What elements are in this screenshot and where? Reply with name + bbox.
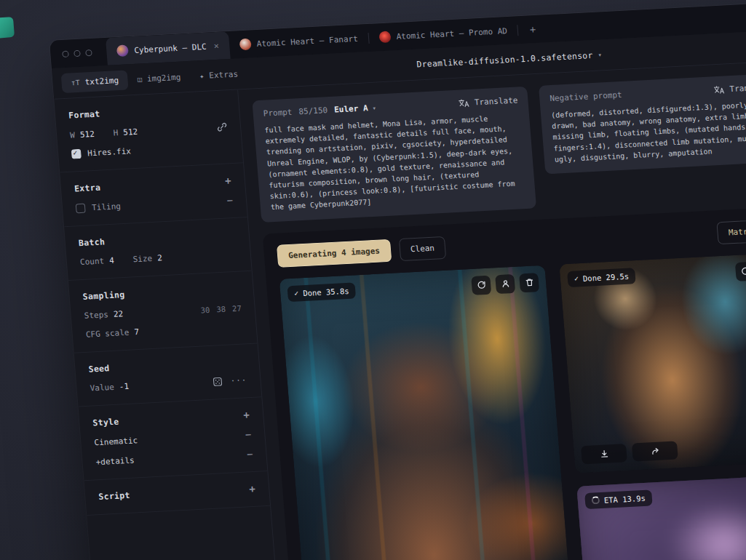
section-title: Extra (74, 183, 101, 194)
count-value[interactable]: 4 (109, 256, 115, 265)
negative-prompt-label: Negative prompt (549, 90, 622, 103)
generating-button[interactable]: Generating 4 images (277, 239, 392, 267)
app-body: Format W512 H512 Hires.fix Extra + (54, 61, 746, 560)
plus-icon[interactable]: + (243, 409, 250, 420)
seed-label: Value (90, 383, 114, 393)
img2img-icon: ◫ (137, 75, 142, 83)
section-title: Sampling (82, 289, 125, 302)
tab-thumbnail-icon (378, 31, 391, 43)
plus-icon[interactable]: + (225, 175, 232, 185)
image-content (279, 265, 579, 560)
tab-label: Cyberpunk – DLC (134, 41, 207, 55)
chevron-down-icon: ▾ (372, 104, 376, 111)
more-options-icon[interactable]: ··· (230, 375, 247, 385)
link-dimensions-icon[interactable] (217, 121, 228, 132)
close-icon[interactable]: × (213, 41, 219, 51)
tiling-checkbox[interactable] (76, 203, 86, 213)
traffic-light-close[interactable] (62, 50, 69, 57)
size-value[interactable]: 2 (157, 253, 163, 263)
random-seed-dice-icon[interactable] (213, 377, 223, 387)
steps-preset[interactable]: 38 (216, 304, 226, 313)
prompt-row: Prompt 85/150 Euler A ▾ Translate (252, 73, 746, 222)
extras-icon: ✦ (199, 71, 205, 79)
tab-label: Atomic Heart – Fanart (256, 33, 358, 48)
generated-image-1[interactable]: ✓ Done 35.8s (279, 265, 579, 560)
steps-preset[interactable]: 30 (200, 305, 210, 314)
txt2img-icon: тT (71, 78, 80, 87)
translate-label: Translate (474, 95, 518, 107)
size-label: Size (132, 254, 152, 264)
steps-label: Steps (84, 310, 108, 321)
traffic-light-minimize[interactable] (74, 49, 81, 56)
tab-thumbnail-icon (239, 39, 251, 51)
image-toolbar (735, 260, 746, 281)
prompt-textarea[interactable]: full face mask and helmet, Mona Lisa, ar… (264, 111, 525, 212)
generated-images-grid: ✓ Done 35.8s (279, 252, 746, 560)
section-extra: Extra + Tiling − (60, 163, 247, 227)
mode-tab-extras[interactable]: ✦ Extras (189, 63, 248, 86)
model-name: Dreamlike-diffusion-1.0.safetensor (416, 50, 593, 70)
steps-value[interactable]: 22 (113, 309, 123, 319)
share-button[interactable] (632, 441, 678, 461)
hires-fix-checkbox[interactable] (71, 149, 82, 159)
background-teal-square (0, 17, 15, 39)
generated-image-3[interactable]: ETA 13.9s (576, 474, 746, 560)
check-icon: ✓ (574, 274, 579, 282)
clean-button[interactable]: Clean (399, 236, 446, 260)
negative-prompt-textarea[interactable]: (deformed, distorted, disfigured:1.3), p… (551, 98, 746, 165)
section-title: Script (98, 490, 130, 502)
mode-tab-label: Extras (209, 69, 239, 80)
height-value[interactable]: 512 (123, 127, 138, 137)
trash-icon[interactable] (519, 273, 539, 292)
minus-icon[interactable]: − (226, 195, 234, 205)
check-icon: ✓ (294, 289, 299, 297)
seed-value[interactable]: -1 (119, 382, 129, 392)
status-text: Done 35.8s (303, 286, 349, 297)
generated-image-2[interactable]: ✓ Done 29.5s (559, 252, 746, 473)
cfg-label: CFG scale (85, 328, 130, 340)
results-canvas: Generating 4 images Clean Matrix vi ✓ Do… (263, 206, 746, 560)
mode-tab-img2img[interactable]: ◫ img2img (127, 66, 191, 89)
cfg-value[interactable]: 7 (134, 327, 140, 337)
tab-thumbnail-icon (116, 44, 129, 57)
traffic-light-zoom[interactable] (85, 49, 92, 55)
translate-button[interactable]: Translate (713, 82, 746, 95)
section-batch: Batch Count4 Size2 (64, 217, 252, 281)
main-area: Prompt 85/150 Euler A ▾ Translate (238, 61, 746, 560)
style-item[interactable]: Cinematic − (94, 429, 252, 447)
prompt-counter: 85/150 (298, 105, 328, 116)
status-text: Done 29.5s (582, 271, 629, 282)
new-tab-button[interactable]: + (517, 15, 548, 44)
app-window: Cyberpunk – DLC × Atomic Heart – Fanart … (49, 3, 746, 560)
translate-button[interactable]: Translate (458, 95, 518, 108)
steps-preset[interactable]: 27 (231, 303, 242, 313)
regenerate-icon[interactable] (471, 275, 491, 295)
matrix-view-button[interactable]: Matrix vi (717, 218, 746, 244)
images-column-2: ✓ Done 29.5s (559, 252, 746, 560)
tab-label: Atomic Heart – Promo AD (396, 26, 507, 41)
width-value[interactable]: 512 (79, 129, 95, 139)
width-label: W (70, 130, 76, 140)
minus-icon[interactable]: − (246, 449, 253, 459)
prompt-label: Prompt (263, 108, 293, 119)
image-actions (581, 441, 678, 464)
translate-icon (713, 84, 726, 95)
person-icon[interactable] (495, 273, 515, 293)
count-label: Count (80, 256, 105, 267)
plus-icon: + (529, 23, 536, 35)
negative-prompt-card: Negative prompt Translate (deformed, dis… (539, 73, 746, 174)
mode-tab-txt2img[interactable]: тT txt2img (61, 70, 129, 93)
minus-icon[interactable]: − (245, 429, 252, 439)
download-button[interactable] (581, 444, 627, 464)
translate-label: Translate (729, 82, 746, 94)
eta-text: ETA 13.9s (603, 493, 646, 504)
plus-icon[interactable]: + (249, 484, 256, 494)
section-title: Style (92, 417, 119, 428)
model-selector[interactable]: Dreamlike-diffusion-1.0.safetensor ▾ (416, 49, 603, 69)
section-title: Batch (78, 236, 105, 248)
style-item[interactable]: +details − (95, 449, 253, 467)
section-seed: Seed Value-1 ··· (74, 343, 262, 407)
steps-presets: 30 38 27 (200, 303, 242, 314)
regenerate-icon[interactable] (735, 261, 746, 281)
sampler-selector[interactable]: Euler A ▾ (334, 103, 377, 115)
